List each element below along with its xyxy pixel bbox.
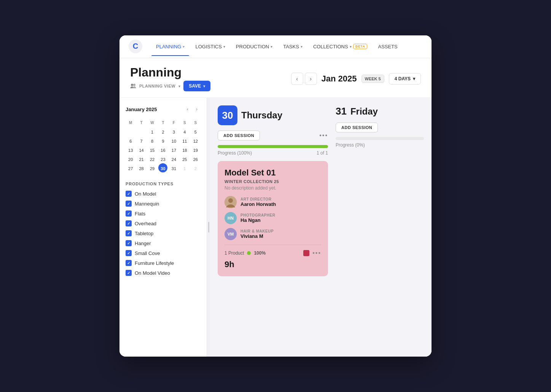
cal-day[interactable]: 4 xyxy=(180,127,189,136)
sidebar: January 2025 ‹ › M T W T F S S xyxy=(119,98,207,357)
cal-week-1: 1 2 3 4 5 xyxy=(126,127,201,136)
cal-day[interactable]: 29 xyxy=(148,163,157,172)
body-layout: January 2025 ‹ › M T W T F S S xyxy=(119,98,432,357)
checkbox-tabletop[interactable]: ✓ Tabletop xyxy=(126,230,201,236)
more-options-icon-card[interactable]: ••• xyxy=(312,250,321,257)
nav-item-logistics[interactable]: LOGISTICS ▾ xyxy=(191,41,229,53)
sidebar-resize-handle[interactable] xyxy=(207,98,210,357)
cal-day[interactable]: 3 xyxy=(169,127,178,136)
cal-day[interactable]: 31 xyxy=(169,163,178,172)
app-logo[interactable]: C xyxy=(129,40,142,53)
day-number-31: 31 xyxy=(336,105,347,117)
checkbox-hanger[interactable]: ✓ Hanger xyxy=(126,240,201,246)
checkbox-on-model-video[interactable]: ✓ On Model Video xyxy=(126,270,201,276)
progress-label-31: Progress (0%) xyxy=(336,142,365,148)
cal-day[interactable]: 11 xyxy=(180,136,189,145)
checkbox-icon: ✓ xyxy=(126,240,132,246)
cal-day[interactable]: 26 xyxy=(191,154,200,163)
cal-day[interactable]: 1 xyxy=(148,127,157,136)
cal-day[interactable]: 10 xyxy=(169,136,178,145)
cal-day[interactable]: 2 xyxy=(158,127,167,136)
nav-item-tasks[interactable]: TASKS ▾ xyxy=(279,41,307,53)
avatar-photographer: HN xyxy=(225,212,237,224)
cal-day[interactable]: 8 xyxy=(148,136,157,145)
add-session-row-31: ADD SESSION xyxy=(336,123,424,132)
cal-week-3: 13 14 15 16 17 18 19 xyxy=(126,145,201,154)
cal-day[interactable]: 5 xyxy=(191,127,200,136)
checkbox-icon: ✓ xyxy=(126,201,132,207)
cal-day[interactable]: 24 xyxy=(169,154,178,163)
session-person-art-director: ART DIRECTOR Aaron Horwath xyxy=(225,196,321,208)
prev-button[interactable]: ‹ xyxy=(291,73,303,85)
cal-day[interactable]: 15 xyxy=(148,145,157,154)
cal-day[interactable]: 18 xyxy=(180,145,189,154)
session-collection: WINTER COLLECTION 25 xyxy=(225,179,321,184)
checkbox-small-cove[interactable]: ✓ Small Cove xyxy=(126,250,201,256)
nav-item-collections[interactable]: COLLECTIONS ▾ BETA xyxy=(309,41,372,53)
add-session-button-31[interactable]: ADD SESSION xyxy=(336,123,378,132)
progress-text-30: Progress (100%) 1 of 1 xyxy=(218,150,328,156)
nav-item-production[interactable]: PRODUCTION ▾ xyxy=(231,41,277,53)
progress-bar-bg-31 xyxy=(336,137,424,140)
more-options-icon-30[interactable]: ••• xyxy=(319,132,328,139)
next-button[interactable]: › xyxy=(305,73,317,85)
cal-day[interactable]: 19 xyxy=(191,145,200,154)
person-info-photographer: PHOTOGRAPHER Ha Ngan xyxy=(240,213,275,223)
progress-label-30: Progress (100%) xyxy=(218,150,252,156)
add-session-button-30[interactable]: ADD SESSION xyxy=(218,131,260,140)
top-nav: C PLANNING ▾ LOGISTICS ▾ PRODUCTION ▾ TA… xyxy=(119,35,432,58)
nav-item-planning[interactable]: PLANNING ▾ xyxy=(151,41,189,53)
cal-day[interactable]: 16 xyxy=(158,145,167,154)
nav-item-assets[interactable]: ASSETS xyxy=(373,41,402,53)
cal-day[interactable]: 9 xyxy=(158,136,167,145)
checkbox-mannequin[interactable]: ✓ Mannequin xyxy=(126,201,201,207)
chevron-down-icon: ▾ xyxy=(203,84,205,88)
cal-day[interactable]: 21 xyxy=(137,154,146,163)
checkbox-on-model[interactable]: ✓ On Model xyxy=(126,191,201,197)
cal-header-mon: M xyxy=(126,118,135,127)
cal-week-5: 27 28 29 30 31 1 2 xyxy=(126,163,201,172)
cal-day-today[interactable]: 30 xyxy=(158,163,167,172)
progress-section-31: Progress (0%) xyxy=(336,137,424,148)
cal-prev-button[interactable]: ‹ xyxy=(184,105,191,113)
session-card-30[interactable]: Model Set 01 WINTER COLLECTION 25 No des… xyxy=(218,161,328,276)
checkbox-icon: ✓ xyxy=(126,191,132,197)
save-button[interactable]: SAVE ▾ xyxy=(183,81,210,91)
cal-header-fri: F xyxy=(169,118,178,127)
cal-day[interactable]: 6 xyxy=(126,136,135,145)
cal-day[interactable]: 7 xyxy=(137,136,146,145)
cal-day[interactable]: 25 xyxy=(180,154,189,163)
calendar-content: 30 Thursday ADD SESSION ••• Progress (10… xyxy=(210,98,432,357)
cal-day[interactable]: 27 xyxy=(126,163,135,172)
checkbox-icon: ✓ xyxy=(126,260,132,266)
cal-day[interactable] xyxy=(137,127,146,136)
day-name-30: Thursday xyxy=(241,110,282,121)
cal-day[interactable]: 12 xyxy=(191,136,200,145)
cal-day[interactable]: 28 xyxy=(137,163,146,172)
cal-day[interactable]: 1 xyxy=(180,163,189,172)
cal-day[interactable]: 23 xyxy=(158,154,167,163)
nav-arrows: ‹ › xyxy=(291,73,317,85)
checkbox-flats[interactable]: ✓ Flats xyxy=(126,210,201,217)
cal-header-tue: T xyxy=(137,118,146,127)
days-button[interactable]: 4 DAYS ▾ xyxy=(389,73,421,84)
cal-day[interactable] xyxy=(126,127,135,136)
cal-day[interactable]: 13 xyxy=(126,145,135,154)
chevron-down-icon[interactable]: ▾ xyxy=(178,84,180,88)
cal-day[interactable]: 22 xyxy=(148,154,157,163)
photographer-name: Ha Ngan xyxy=(240,217,275,223)
card-footer-left: 1 Product 100% xyxy=(225,250,266,256)
checkbox-furniture-lifestyle[interactable]: ✓ Furniture Lifestyle xyxy=(126,260,201,266)
cal-next-button[interactable]: › xyxy=(193,105,201,113)
cal-header-wed: W xyxy=(148,118,157,127)
cal-day[interactable]: 17 xyxy=(169,145,178,154)
color-square-red[interactable] xyxy=(303,250,309,256)
checkbox-icon: ✓ xyxy=(126,250,132,256)
cal-day[interactable]: 2 xyxy=(191,163,200,172)
cal-day[interactable]: 20 xyxy=(126,154,135,163)
cal-day[interactable]: 14 xyxy=(137,145,146,154)
add-session-row-30: ADD SESSION ••• xyxy=(218,131,328,140)
checkbox-overhead[interactable]: ✓ Overhead xyxy=(126,220,201,226)
person-info-hair: HAIR & MAKEUP Viviana M xyxy=(240,229,274,239)
app-window: C PLANNING ▾ LOGISTICS ▾ PRODUCTION ▾ TA… xyxy=(119,35,432,357)
